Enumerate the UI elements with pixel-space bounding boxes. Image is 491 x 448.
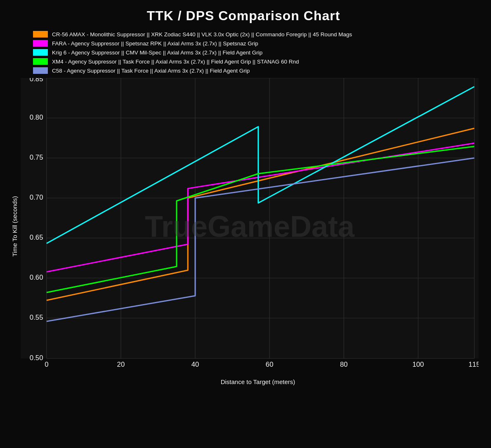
svg-text:100: 100	[412, 361, 424, 368]
svg-text:20: 20	[117, 361, 125, 368]
legend-label-4: XM4 - Agency Suppressor || Task Force ||…	[52, 59, 299, 65]
svg-text:0.85: 0.85	[30, 78, 43, 83]
y-axis-label: Time To Kill (seconds)	[8, 78, 21, 375]
svg-text:115: 115	[469, 361, 479, 368]
svg-text:0: 0	[45, 361, 48, 368]
legend-swatch-2	[33, 40, 48, 47]
legend-item-3: Krig 6 - Agency Suppressor || CMV Mil-Sp…	[33, 49, 479, 56]
legend-item-5: C58 - Agency Suppressor || Task Force ||…	[33, 67, 479, 74]
svg-text:0.50: 0.50	[30, 354, 43, 362]
chart-title: TTK / DPS Comparison Chart	[8, 8, 479, 24]
svg-text:0.70: 0.70	[30, 194, 43, 201]
legend-label-5: C58 - Agency Suppressor || Task Force ||…	[52, 68, 250, 74]
legend-swatch-5	[33, 67, 48, 74]
legend: CR-56 AMAX - Monolithic Suppressor || XR…	[8, 31, 479, 74]
svg-text:40: 40	[191, 361, 199, 368]
legend-swatch-4	[33, 58, 48, 65]
svg-text:0.80: 0.80	[30, 114, 43, 121]
svg-text:60: 60	[266, 361, 274, 368]
chart-inner: TrueGameData 0.85 0.80 0.75	[21, 78, 479, 375]
legend-swatch-3	[33, 49, 48, 56]
legend-label-2: FARA - Agency Suppressor || Spetsnaz RPK…	[52, 40, 258, 47]
svg-text:0.55: 0.55	[30, 314, 43, 321]
legend-item-4: XM4 - Agency Suppressor || Task Force ||…	[33, 58, 479, 65]
legend-label-1: CR-56 AMAX - Monolithic Suppressor || XR…	[52, 31, 352, 38]
svg-text:0.60: 0.60	[30, 274, 43, 281]
svg-text:80: 80	[340, 361, 348, 368]
svg-text:0.75: 0.75	[30, 154, 43, 161]
chart-svg: 0.85 0.80 0.75 0.70 0.65 0.60 0.55 0.50	[21, 78, 479, 375]
x-axis-label: Distance to Target (meters)	[37, 378, 479, 385]
legend-item-1: CR-56 AMAX - Monolithic Suppressor || XR…	[33, 31, 479, 38]
legend-swatch-1	[33, 31, 48, 38]
svg-rect-0	[21, 78, 479, 358]
svg-text:0.65: 0.65	[30, 234, 43, 241]
legend-label-3: Krig 6 - Agency Suppressor || CMV Mil-Sp…	[52, 50, 262, 56]
chart-container: TTK / DPS Comparison Chart CR-56 AMAX - …	[0, 0, 491, 448]
chart-wrapper: Time To Kill (seconds) TrueGameData	[8, 78, 479, 375]
legend-item-2: FARA - Agency Suppressor || Spetsnaz RPK…	[33, 40, 479, 47]
